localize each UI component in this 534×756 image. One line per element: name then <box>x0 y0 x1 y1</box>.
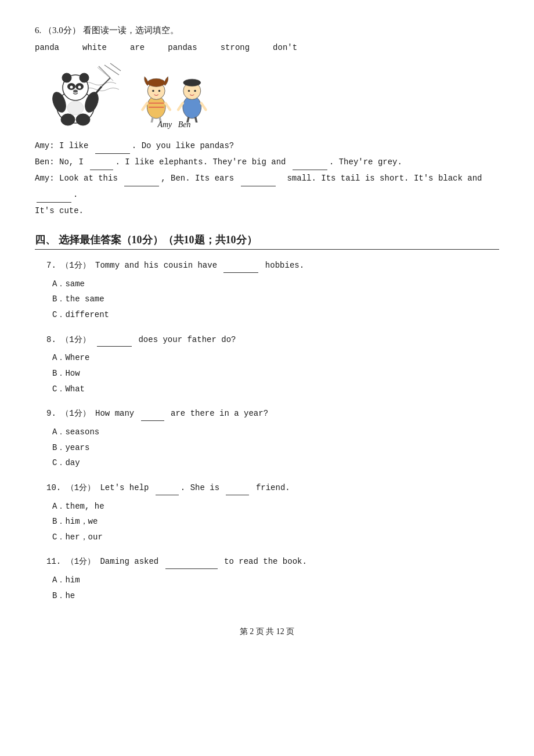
q8-score: （1分） <box>61 335 90 344</box>
amy-label: Amy <box>157 120 172 129</box>
word-dont: don't <box>273 43 297 52</box>
svg-line-36 <box>178 103 183 110</box>
q8-option-b: B．How <box>46 366 499 381</box>
question-11: 11. （1分） Daming asked to read the book. … <box>35 555 499 603</box>
dialogue-line-1: Amy: I like . Do you like pandas? <box>35 138 499 154</box>
dialogue-lines: Amy: I like . Do you like pandas? Ben: N… <box>35 138 499 219</box>
svg-point-15 <box>61 114 75 125</box>
q7-option-c: C．different <box>46 307 499 323</box>
panda-svg <box>35 60 122 127</box>
q7-option-b: B．the same <box>46 291 499 307</box>
q10-score: （1分） <box>66 483 95 492</box>
blank-6 <box>37 193 71 203</box>
svg-line-27 <box>142 103 147 110</box>
dialogue-line-2: Ben: No, I . I like elephants. They're b… <box>35 154 499 170</box>
q10-blank1 <box>156 486 179 495</box>
svg-point-22 <box>147 78 165 87</box>
word-pandas: pandas <box>168 43 197 52</box>
page-number: 第 2 页 共 12 页 <box>240 627 295 636</box>
q10-option-b: B．him，we <box>46 514 499 530</box>
blank-4 <box>124 177 159 186</box>
q6-number: 6. <box>35 26 41 35</box>
q9-blank <box>141 412 164 421</box>
q10-option-a: A．them, he <box>46 499 499 514</box>
blank-3 <box>293 161 327 170</box>
q7-number: 7. <box>46 261 56 270</box>
word-are: are <box>130 43 145 52</box>
q6-score: （3.0分） <box>44 26 81 35</box>
q8-text: 8. （1分） does your father do? <box>46 333 499 347</box>
svg-line-1 <box>104 65 119 75</box>
svg-point-33 <box>183 79 201 86</box>
q11-score: （1分） <box>66 557 95 566</box>
blank-1 <box>95 145 130 154</box>
q8-number: 8. <box>46 335 56 344</box>
q7-option-a: A．same <box>46 276 499 292</box>
panda-illustration <box>35 60 122 129</box>
svg-point-7 <box>80 73 89 82</box>
question-7: 7. （1分） Tommy and his cousin have hobbie… <box>35 259 499 323</box>
question-10: 10. （1分） Let's help . She is friend. A．t… <box>35 481 499 545</box>
question-6: 6. （3.0分） 看图读一读，选词填空。 panda white are pa… <box>35 23 499 219</box>
q11-number: 11. <box>46 557 61 566</box>
svg-point-12 <box>73 90 78 93</box>
svg-line-39 <box>196 118 197 123</box>
kids-names-label: Amy Ben <box>157 120 190 129</box>
blank-5 <box>241 177 276 186</box>
q9-text: 9. （1分） How many are there in a year? <box>46 407 499 421</box>
svg-point-6 <box>62 73 71 82</box>
question-6-title: 6. （3.0分） 看图读一读，选词填空。 <box>35 23 499 37</box>
q7-text: 7. （1分） Tommy and his cousin have hobbie… <box>46 259 499 273</box>
svg-line-37 <box>201 103 206 110</box>
q6-instruction: 看图读一读，选词填空。 <box>83 26 179 35</box>
word-strong: strong <box>221 43 250 52</box>
q8-option-c: C．What <box>46 381 499 397</box>
question-9: 9. （1分） How many are there in a year? A．… <box>35 407 499 471</box>
q9-option-a: A．seasons <box>46 424 499 440</box>
svg-point-11 <box>78 86 81 89</box>
q7-blank <box>223 264 258 273</box>
dialogue-line-3: Amy: Look at this , Ben. Its ears small.… <box>35 170 499 203</box>
q9-option-c: C．day <box>46 455 499 471</box>
question-8: 8. （1分） does your father do? A．Where B．H… <box>35 333 499 397</box>
q9-number: 9. <box>46 409 56 418</box>
svg-point-17 <box>67 101 84 115</box>
q9-option-b: B．years <box>46 440 499 456</box>
q10-blank2 <box>226 486 249 495</box>
q11-text: 11. （1分） Daming asked to read the book. <box>46 555 499 569</box>
q11-option-b: B．he <box>46 588 499 604</box>
svg-point-10 <box>70 86 73 89</box>
q10-text: 10. （1分） Let's help . She is friend. <box>46 481 499 495</box>
q10-number: 10. <box>46 483 61 492</box>
section-4-header: 四、 选择最佳答案（10分）（共10题；共10分） <box>35 233 499 250</box>
q10-option-c: C．her，our <box>46 530 499 545</box>
mc-questions-container: 7. （1分） Tommy and his cousin have hobbie… <box>35 259 499 603</box>
q11-blank <box>165 560 218 569</box>
q9-score: （1分） <box>61 409 90 418</box>
ben-label: Ben <box>178 120 191 129</box>
svg-point-34 <box>188 90 190 92</box>
word-bank: panda white are pandas strong don't <box>35 43 499 52</box>
dialogue-line-4: It's cute. <box>35 203 499 219</box>
blank-2 <box>90 161 113 170</box>
word-white: white <box>82 43 107 52</box>
word-panda: panda <box>35 43 59 52</box>
svg-point-23 <box>152 90 154 92</box>
svg-point-16 <box>76 114 90 125</box>
q7-score: （1分） <box>61 261 90 270</box>
svg-line-29 <box>151 118 153 123</box>
svg-point-24 <box>158 90 161 92</box>
illustration-area: Amy Ben <box>35 60 499 129</box>
q8-option-a: A．Where <box>46 350 499 366</box>
q8-blank <box>97 337 132 347</box>
page-footer: 第 2 页 共 12 页 <box>35 627 499 637</box>
kids-illustration: Amy Ben <box>134 71 215 129</box>
svg-point-35 <box>194 90 196 92</box>
kids-svg <box>128 71 221 123</box>
svg-line-28 <box>165 103 170 110</box>
q11-option-a: A．him <box>46 573 499 588</box>
section-4-title: 四、 选择最佳答案（10分）（共10题；共10分） <box>35 234 257 246</box>
